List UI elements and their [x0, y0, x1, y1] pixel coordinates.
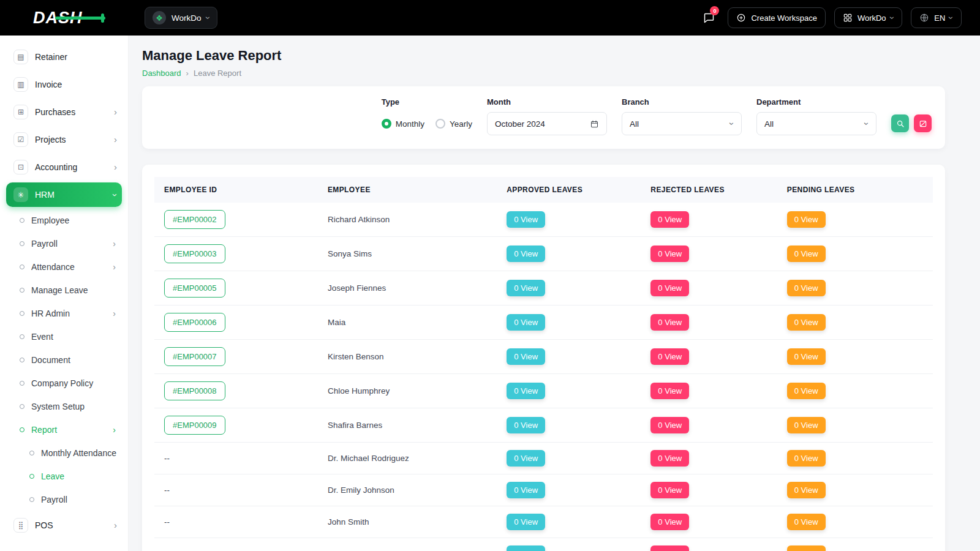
department-select[interactable]: All ›: [756, 112, 876, 135]
sidebar-item-label: Projects: [35, 135, 107, 144]
sidebar-item-icon: ⊞: [13, 105, 28, 119]
pending-leaves-cell: 0 View: [777, 237, 933, 271]
approved-view-button[interactable]: 0 View: [507, 246, 545, 262]
workspace-switcher[interactable]: ❖ WorkDo ›: [145, 7, 217, 29]
sidebar-item-event[interactable]: Event: [6, 325, 122, 348]
sidebar-item-invoice[interactable]: ▥ Invoice: [6, 70, 122, 98]
employee-id-badge[interactable]: #EMP00009: [164, 416, 225, 435]
reset-button[interactable]: [914, 114, 932, 132]
rejected-view-button[interactable]: 0 View: [650, 482, 689, 498]
month-input[interactable]: October 2024: [487, 112, 607, 135]
sidebar-item-manage-leave[interactable]: Manage Leave: [6, 279, 122, 302]
sidebar-item-projects[interactable]: ☑ Projects ›: [6, 126, 122, 153]
pending-view-button[interactable]: 0 View: [787, 314, 826, 331]
type-radio-monthly[interactable]: Monthly: [382, 119, 424, 129]
employee-id-badge[interactable]: #EMP00002: [164, 210, 225, 229]
create-workspace-button[interactable]: Create Workspace: [728, 7, 825, 28]
rejected-leaves-cell: 0 View: [641, 340, 777, 374]
pending-view-button[interactable]: 0 View: [787, 417, 826, 433]
pending-leaves-cell: 0 View: [777, 474, 933, 506]
rejected-view-button[interactable]: 0 View: [650, 417, 689, 433]
sidebar-footer-menu: ⣿ POS ›: [6, 511, 122, 539]
approved-view-button[interactable]: 0 View: [507, 383, 545, 399]
employee-id-cell: #EMP00009: [154, 408, 318, 443]
sidebar-item-purchases[interactable]: ⊞ Purchases ›: [6, 98, 122, 126]
topbar-actions: 0 Create Workspace WorkDo › EN ›: [698, 7, 980, 28]
sidebar-item-company-policy[interactable]: Company Policy: [6, 372, 122, 395]
rejected-view-button[interactable]: 0 View: [650, 514, 689, 530]
rejected-leaves-cell: 0 View: [641, 271, 777, 305]
chevron-icon: ›: [111, 193, 120, 197]
sidebar-item-attendance[interactable]: Attendance ›: [6, 255, 122, 279]
approved-view-button[interactable]: 0 View: [507, 514, 545, 530]
search-button[interactable]: [891, 114, 909, 132]
sidebar-item-payroll[interactable]: Payroll ›: [6, 232, 122, 255]
rejected-view-button[interactable]: 0 View: [650, 280, 689, 296]
leave-report-table-card: EMPLOYEE IDEMPLOYEEAPPROVED LEAVESREJECT…: [142, 165, 945, 551]
pending-view-button[interactable]: 0 View: [787, 450, 826, 467]
branch-filter-group: Branch All ›: [622, 97, 742, 135]
rejected-view-button[interactable]: 0 View: [650, 383, 689, 399]
approved-view-button[interactable]: 0 View: [507, 314, 545, 331]
employee-id-badge[interactable]: #EMP00005: [164, 279, 225, 298]
rejected-view-button[interactable]: 0 View: [650, 314, 689, 331]
employee-id-badge[interactable]: #EMP00003: [164, 244, 225, 263]
employee-id-badge[interactable]: #EMP00007: [164, 347, 225, 366]
pending-view-button[interactable]: 0 View: [787, 482, 826, 498]
approved-view-button[interactable]: 0 View: [507, 482, 545, 498]
rejected-view-button[interactable]: 0 View: [650, 246, 689, 262]
filter-card: Type Monthly Yearly Month October 2024 B…: [142, 86, 945, 149]
employee-id-cell: #EMP00008: [154, 374, 318, 408]
create-workspace-label: Create Workspace: [751, 13, 816, 23]
pending-view-button[interactable]: 0 View: [787, 348, 826, 365]
sidebar-item-hrm[interactable]: ✳ HRM ›: [6, 182, 122, 207]
branch-select[interactable]: All ›: [622, 112, 742, 135]
pending-view-button[interactable]: 0 View: [787, 514, 826, 530]
pending-view-button[interactable]: 0 View: [787, 280, 826, 296]
approved-view-button[interactable]: 0 View: [507, 348, 545, 365]
employee-id-text: --: [164, 517, 170, 527]
apps-menu-button[interactable]: WorkDo ›: [834, 7, 902, 28]
chevron-down-icon: ›: [888, 17, 897, 20]
sidebar-item-hr-admin[interactable]: HR Admin ›: [6, 302, 122, 325]
pending-view-button[interactable]: 0 View: [787, 545, 826, 551]
approved-view-button[interactable]: 0 View: [507, 417, 545, 433]
rejected-view-button[interactable]: 0 View: [650, 348, 689, 365]
sidebar-item-leave[interactable]: Leave: [6, 465, 122, 488]
rejected-view-button[interactable]: 0 View: [650, 450, 689, 467]
sidebar-item-pos[interactable]: ⣿ POS ›: [6, 511, 122, 539]
approved-view-button[interactable]: 0 View: [507, 211, 545, 228]
sidebar-item-retainer[interactable]: ▤ Retainer: [6, 43, 122, 70]
rejected-view-button[interactable]: 0 View: [650, 545, 689, 551]
pending-view-button[interactable]: 0 View: [787, 383, 826, 399]
messages-button[interactable]: 0: [698, 7, 719, 28]
employee-id-cell: #EMP00007: [154, 340, 318, 374]
sidebar-item-document[interactable]: Document: [6, 348, 122, 372]
employee-id-badge[interactable]: #EMP00008: [164, 381, 225, 400]
approved-view-button[interactable]: 0 View: [507, 280, 545, 296]
pending-view-button[interactable]: 0 View: [787, 211, 826, 228]
sidebar-item-system-setup[interactable]: System Setup: [6, 395, 122, 418]
app-logo[interactable]: DASH: [33, 9, 83, 28]
approved-view-button[interactable]: 0 View: [507, 545, 545, 551]
sidebar-subitem-label: Monthly Attendance: [41, 448, 116, 458]
employee-id-badge[interactable]: #EMP00006: [164, 313, 225, 332]
hrm-submenu: Employee Payroll › Attendance › Manage L…: [6, 209, 122, 441]
language-selector[interactable]: EN ›: [911, 7, 962, 28]
approved-leaves-cell: 0 View: [497, 340, 641, 374]
pending-view-button[interactable]: 0 View: [787, 246, 826, 262]
approved-leaves-cell: 0 View: [497, 271, 641, 305]
sidebar-item-report[interactable]: Report ›: [6, 418, 122, 441]
type-radio-yearly[interactable]: Yearly: [435, 119, 472, 129]
rejected-view-button[interactable]: 0 View: [650, 211, 689, 228]
sidebar-item-monthly-attendance[interactable]: Monthly Attendance: [6, 441, 122, 465]
sidebar-item-accounting[interactable]: ⊡ Accounting ›: [6, 153, 122, 181]
sidebar-item-label: Retainer: [35, 52, 117, 62]
sidebar-item-employee[interactable]: Employee: [6, 209, 122, 232]
chevron-right-icon: ›: [113, 263, 116, 271]
sidebar-item-payroll[interactable]: Payroll: [6, 488, 122, 511]
rejected-leaves-cell: 0 View: [641, 237, 777, 271]
breadcrumb-dashboard-link[interactable]: Dashboard: [142, 69, 181, 78]
approved-view-button[interactable]: 0 View: [507, 450, 545, 467]
radio-label: Monthly: [396, 119, 424, 129]
